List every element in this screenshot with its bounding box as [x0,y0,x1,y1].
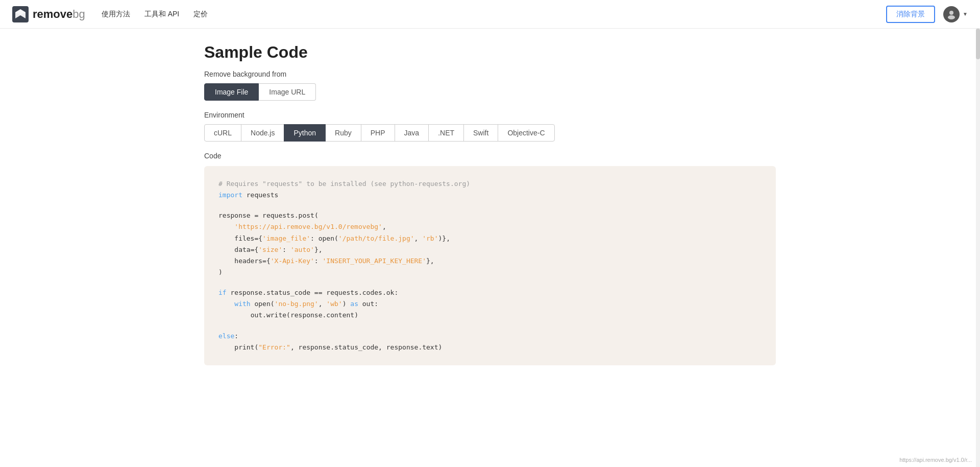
nav-tools[interactable]: 工具和 API [144,10,179,19]
logo-text: removebg [33,8,85,21]
code-blank-1 [218,201,762,210]
scrollbar-thumb[interactable] [976,29,980,59]
code-line-with: with open('no-bg.png', 'wb') as out: [218,298,762,310]
env-tab-java[interactable]: Java [395,124,429,142]
navbar-right: 消除背景 ▼ [886,6,968,23]
code-line-headers: headers={'X-Api-Key': 'INSERT_YOUR_API_K… [218,255,762,267]
svg-point-3 [949,11,953,15]
env-tab-nodejs[interactable]: Node.js [241,124,284,142]
code-line-else: else: [218,331,762,342]
user-menu[interactable]: ▼ [943,6,968,22]
code-line-url: 'https://api.remove.bg/v1.0/removebg', [218,221,762,232]
code-line-close: ) [218,267,762,278]
code-line-data: data={'size': 'auto'}, [218,244,762,255]
main-content: Sample Code Remove background from Image… [184,29,796,396]
env-tab-dotnet[interactable]: .NET [428,124,464,142]
source-tab-image-file[interactable]: Image File [204,83,259,101]
nav-usage[interactable]: 使用方法 [102,10,130,19]
code-line-response: response = requests.post( [218,210,762,221]
section-title: Sample Code [204,43,776,62]
env-tab-objc[interactable]: Objective-C [498,124,554,142]
remove-bg-label: Remove background from [204,70,776,78]
code-line-write: out.write(response.content) [218,310,762,321]
env-tab-ruby[interactable]: Ruby [325,124,361,142]
env-tab-python[interactable]: Python [284,124,326,142]
nav-pricing[interactable]: 定价 [193,10,208,19]
code-line-print: print("Error:", response.status_code, re… [218,342,762,353]
logo-link[interactable]: removebg [12,6,85,22]
env-tabs: cURL Node.js Python Ruby PHP Java .NET S… [204,124,776,142]
code-line-comment: # Requires "requests" to be installed (s… [218,178,762,190]
svg-point-4 [948,15,955,19]
env-tab-curl[interactable]: cURL [204,124,241,142]
code-line-import: import requests [218,190,762,201]
nav-links: 使用方法 工具和 API 定价 [102,10,886,19]
code-block: # Requires "requests" to be installed (s… [204,166,776,365]
user-avatar[interactable] [943,6,960,22]
navbar: removebg 使用方法 工具和 API 定价 消除背景 ▼ [0,0,980,29]
env-tab-php[interactable]: PHP [361,124,395,142]
source-tabs: Image File Image URL [204,83,776,101]
remove-bg-button[interactable]: 消除背景 [886,6,935,23]
code-label: Code [204,152,776,160]
env-label: Environment [204,111,776,119]
code-line-files: files={'image_file': open('/path/to/file… [218,233,762,244]
code-blank-3 [218,321,762,330]
page-scrollbar[interactable] [976,29,980,396]
user-dropdown-arrow[interactable]: ▼ [963,11,968,17]
code-line-if: if response.status_code == requests.code… [218,287,762,298]
source-tab-image-url[interactable]: Image URL [259,83,316,101]
env-tab-swift[interactable]: Swift [463,124,498,142]
code-blank-2 [218,278,762,287]
logo-icon [12,6,29,22]
